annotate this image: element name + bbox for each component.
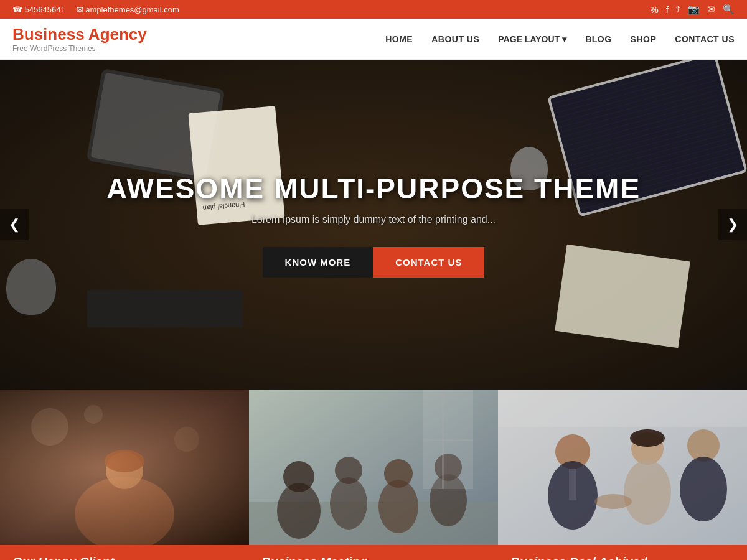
svg-point-24: [631, 432, 664, 465]
card-happy-client: Our Happy Client Lorem ipsum dolor sit a…: [0, 390, 249, 560]
nav-page-layout-label: PAGE LAYOUT: [498, 34, 560, 44]
svg-rect-0: [0, 390, 249, 545]
svg-point-25: [624, 460, 671, 525]
card-image-2: [249, 390, 498, 545]
svg-point-26: [630, 429, 665, 447]
nav-contact[interactable]: CONTACT US: [675, 34, 735, 44]
nav-home[interactable]: HOME: [385, 34, 413, 44]
svg-point-4: [75, 477, 174, 545]
email-address: amplethemes@gmail.com: [85, 5, 179, 14]
brand: Business Agency Free WordPress Themes: [12, 25, 147, 53]
feature-cards: Our Happy Client Lorem ipsum dolor sit a…: [0, 390, 747, 560]
svg-rect-20: [498, 390, 747, 545]
topbar-contact: ☎ 545645641 ✉ amplethemes@gmail.com: [12, 5, 179, 14]
nav-blog[interactable]: BLOG: [585, 34, 611, 44]
card-image-3: [498, 390, 747, 545]
card-deal: Business Deal Achived Lorem ipsum dolor …: [498, 390, 747, 560]
site-header: Business Agency Free WordPress Themes HO…: [0, 19, 747, 60]
instagram-icon[interactable]: 📷: [688, 4, 700, 15]
hero-section: AWESOME MULTI-PURPOSE THEME Lorem Ipsum …: [0, 60, 747, 390]
twitter-icon[interactable]: 𝕥: [676, 4, 680, 15]
topbar-social: % f 𝕥 📷 ✉ 🔍: [650, 4, 735, 15]
phone-number: 545645641: [25, 5, 65, 14]
svg-point-5: [106, 452, 143, 489]
svg-point-1: [31, 408, 68, 446]
svg-point-12: [330, 477, 367, 530]
search-icon[interactable]: 🔍: [723, 4, 735, 15]
know-more-button[interactable]: KNOW MORE: [263, 247, 374, 278]
svg-point-16: [430, 474, 467, 526]
svg-rect-18: [442, 390, 444, 489]
svg-point-28: [680, 457, 727, 521]
card-image-1: [0, 390, 249, 545]
card-caption-2: Business Meeting Lorem ipsum dolor sit a…: [249, 545, 498, 560]
phone-icon: ☎: [12, 5, 22, 14]
card-title-1: Our Happy Client: [12, 555, 237, 560]
svg-point-22: [548, 461, 598, 530]
carousel-prev-button[interactable]: ❮: [0, 209, 29, 240]
svg-rect-23: [569, 469, 576, 500]
hero-title: AWESOME MULTI-PURPOSE THEME: [106, 172, 641, 205]
carousel-next-button[interactable]: ❯: [718, 209, 747, 240]
svg-rect-30: [498, 390, 747, 427]
card-title-2: Business Meeting: [261, 555, 486, 560]
facebook-icon[interactable]: f: [666, 4, 669, 15]
card-title-3: Business Deal Achived: [510, 555, 735, 560]
svg-point-9: [283, 461, 314, 492]
phone-item: ☎ 545645641: [12, 5, 65, 14]
svg-point-15: [435, 454, 462, 481]
svg-rect-17: [423, 390, 473, 489]
card-meeting: Business Meeting Lorem ipsum dolor sit a…: [249, 390, 498, 560]
email-icon: ✉: [77, 5, 83, 14]
notebook-decoration: [87, 290, 243, 327]
email-item: ✉ amplethemes@gmail.com: [77, 5, 179, 14]
svg-point-29: [594, 494, 632, 509]
brand-name: Business Agency: [12, 25, 147, 44]
card-caption-1: Our Happy Client Lorem ipsum dolor sit a…: [0, 545, 249, 560]
svg-rect-8: [249, 502, 498, 545]
topbar: ☎ 545645641 ✉ amplethemes@gmail.com % f …: [0, 0, 747, 19]
nav-page-layout[interactable]: PAGE LAYOUT ▾: [498, 34, 566, 44]
svg-rect-19: [423, 439, 473, 441]
coffee2-decoration: [6, 259, 56, 315]
svg-point-11: [335, 457, 362, 484]
svg-point-6: [105, 450, 144, 472]
hero-buttons: KNOW MORE CONTACT US: [106, 247, 641, 278]
hero-subtitle: Lorem Ipsum is simply dummy text of the …: [106, 214, 641, 225]
nav-about[interactable]: ABOUT US: [431, 34, 479, 44]
main-nav: HOME ABOUT US PAGE LAYOUT ▾ BLOG SHOP CO…: [385, 34, 735, 44]
svg-point-27: [687, 429, 720, 462]
nav-shop[interactable]: SHOP: [631, 34, 657, 44]
svg-point-13: [384, 459, 413, 488]
svg-point-2: [174, 427, 199, 452]
svg-rect-7: [249, 390, 498, 545]
svg-point-14: [378, 480, 418, 533]
brand-subtitle: Free WordPress Themes: [12, 44, 147, 53]
hero-content: AWESOME MULTI-PURPOSE THEME Lorem Ipsum …: [106, 172, 641, 278]
contact-us-hero-button[interactable]: CONTACT US: [373, 247, 484, 278]
card-caption-3: Business Deal Achived Lorem ipsum dolor …: [498, 545, 747, 560]
svg-point-10: [277, 483, 321, 539]
mail-icon[interactable]: ✉: [707, 4, 715, 15]
svg-point-3: [84, 405, 103, 424]
chevron-down-icon: ▾: [562, 34, 566, 44]
link-icon[interactable]: %: [650, 4, 658, 15]
svg-point-21: [555, 434, 590, 469]
